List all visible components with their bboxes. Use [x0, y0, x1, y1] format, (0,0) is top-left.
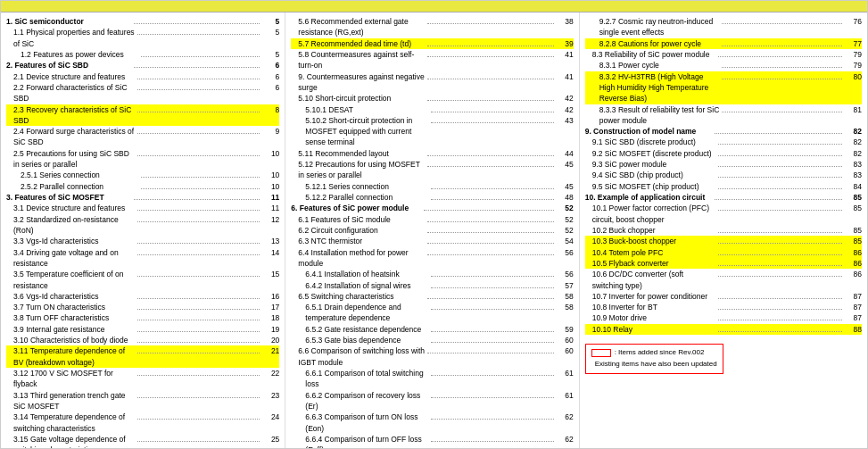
toc-text: 5.11 Recommended layout [298, 148, 425, 159]
toc-page: 24 [261, 412, 279, 422]
toc-text: 8.2.8 Cautions for power cycle [599, 38, 720, 49]
toc-page: 61 [556, 368, 574, 378]
toc-line: 3. Features of SiC MOSFET11 [6, 192, 279, 203]
toc-text: 6.3 NTC thermistor [298, 236, 425, 246]
toc-text: 2.1 Device structure and features [13, 71, 136, 82]
toc-page: 87 [844, 291, 862, 302]
toc-text: 9.3 SiC power module [592, 159, 716, 170]
toc-page: 79 [844, 60, 862, 71]
toc-text: 6.6 Comparison of switching loss with IG… [298, 345, 425, 368]
toc-page: 23 [261, 390, 279, 401]
toc-page: 80 [844, 71, 862, 82]
toc-page: 82 [844, 126, 862, 137]
toc-dots [718, 331, 842, 332]
toc-line: 9.1 SiC SBD (discrete product)82 [585, 137, 862, 147]
toc-text: 6. Features of SiC power module [291, 203, 421, 213]
toc-dots [427, 221, 554, 222]
toc-dots [718, 232, 842, 233]
toc-line: 8.2.8 Cautions for power cycle77 [585, 38, 862, 49]
toc-dots [137, 133, 260, 134]
toc-line: 1.2 Features as power devices5 [6, 49, 279, 60]
toc-page: 20 [261, 335, 279, 345]
toc-dots [431, 276, 554, 277]
toc-dots [722, 112, 842, 112]
toc-text: 8.3.3 Result of reliability test for SiC… [599, 104, 720, 127]
toc-dots [718, 320, 842, 320]
toc-page: 13 [261, 236, 279, 246]
toc-page: 21 [261, 345, 279, 356]
toc-text: 10.3 Buck-boost chopper [592, 236, 716, 246]
toc-line: 8.3.2 HV-H3TRB (High Voltage High Humidi… [585, 71, 862, 104]
toc-page: 86 [844, 247, 862, 258]
toc-page: 9 [261, 126, 279, 137]
toc-dots [431, 112, 554, 112]
toc-page: 8 [261, 104, 279, 115]
toc-text: 3.12 1700 V SiC MOSFET for flyback [13, 368, 136, 390]
toc-dots [137, 254, 260, 255]
toc-text: 3.3 Vgs-Id characteristics [13, 236, 136, 246]
toc-page: 38 [556, 16, 574, 27]
toc-page: 59 [556, 324, 574, 335]
toc-text: 2.5.2 Parallel connection [21, 181, 139, 192]
toc-text: 3.9 Internal gate resistance [13, 324, 136, 335]
toc-page: 22 [261, 368, 279, 378]
toc-text: 1.2 Features as power devices [21, 49, 139, 60]
toc-text: 3.6 Vgs-Id characteristics [13, 291, 136, 302]
toc-dots [137, 419, 260, 420]
toc-page: 41 [556, 49, 574, 60]
toc-dots [427, 254, 554, 255]
toc-line: 2.5.1 Series connection10 [6, 170, 279, 180]
toc-text: 2.5 Precautions for using SiC SBD in ser… [13, 148, 136, 170]
toc-page: 60 [556, 345, 574, 356]
toc-page: 86 [844, 269, 862, 279]
toc-line: 6.6.4 Comparison of turn OFF loss (Eoff)… [291, 434, 573, 448]
toc-line: 3.6 Vgs-Id characteristics16 [6, 291, 279, 302]
toc-dots [137, 79, 260, 79]
toc-dots [427, 79, 554, 79]
toc-dots [427, 46, 554, 46]
toc-text: 6.5.3 Gate bias dependence [305, 335, 428, 345]
toc-line: 2.2 Forward characteristics of SiC SBD6 [6, 82, 279, 104]
toc-dots [137, 298, 260, 299]
toc-line: 9.4 SiC SBD (chip product)83 [585, 170, 862, 180]
toc-page: 84 [844, 181, 862, 192]
toc-page: 14 [261, 247, 279, 258]
toc-page: 86 [844, 258, 862, 269]
toc-dots [718, 56, 842, 57]
toc-dots [431, 419, 554, 420]
toc-line: 6.5 Switching characteristics58 [291, 291, 573, 302]
toc-dots [722, 79, 842, 79]
toc-line: 3.15 Gate voltage dependence of switchin… [6, 434, 279, 448]
toc-page: 15 [261, 269, 279, 279]
toc-text: 1.1 Physical properties and features of … [13, 27, 136, 49]
left-column: 1. SiC semiconductor51.1 Physical proper… [1, 12, 285, 448]
toc-dots [431, 309, 554, 310]
toc-text: 5.6 Recommended external gate resistance… [298, 16, 425, 38]
toc-dots [134, 199, 260, 200]
toc-line: 6.6.2 Comparison of recovery loss (Er)61 [291, 390, 573, 412]
toc-dots [718, 309, 842, 310]
toc-text: 8.3.2 HV-H3TRB (High Voltage High Humidi… [599, 71, 720, 104]
toc-page: 10 [261, 170, 279, 180]
toc-page: 83 [844, 159, 862, 170]
toc-dots [718, 254, 842, 255]
toc-dots [431, 342, 554, 343]
toc-page: 45 [556, 159, 574, 170]
toc-dots [718, 243, 842, 244]
toc-line: 8.3 Reliability of SiC power module79 [585, 49, 862, 60]
toc-line: 5.12.1 Series connection45 [291, 181, 573, 192]
toc-dots [718, 298, 842, 299]
toc-text: 5.7 Recommended dead time (td) [298, 38, 425, 49]
toc-line: 9.5 SiC MOSFET (chip product)84 [585, 181, 862, 192]
toc-line: 1. SiC semiconductor5 [6, 16, 279, 27]
toc-line: 10.8 Inverter for BT87 [585, 302, 862, 312]
toc-line: 5.10 Short-circuit protection42 [291, 93, 573, 104]
toc-page: 76 [844, 16, 862, 27]
toc-page: 16 [261, 291, 279, 302]
toc-line: 2.5.2 Parallel connection10 [6, 181, 279, 192]
toc-dots [137, 155, 260, 156]
toc-text: 10.7 Inverter for power conditioner [592, 291, 716, 302]
toc-text: 5.12.1 Series connection [305, 181, 428, 192]
toc-page: 81 [844, 104, 862, 115]
toc-text: 2.3 Recovery characteristics of SiC SBD [13, 104, 136, 127]
